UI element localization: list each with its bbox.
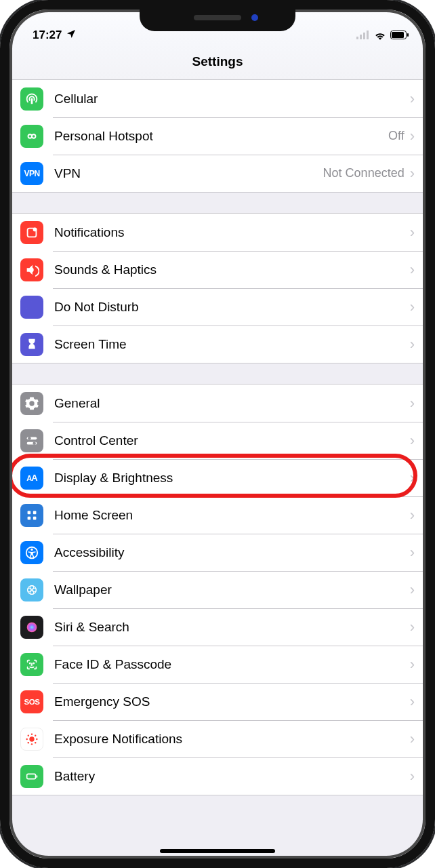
vpn-icon: VPN xyxy=(20,162,43,185)
settings-row-screentime[interactable]: Screen Time › xyxy=(9,326,426,363)
settings-group-2: Notifications › Sounds & Haptics › Do No… xyxy=(9,213,426,363)
general-icon xyxy=(20,392,43,415)
settings-row-general[interactable]: General › xyxy=(9,384,426,422)
svg-rect-6 xyxy=(407,33,409,37)
svg-rect-16 xyxy=(33,516,37,519)
settings-row-accessibility[interactable]: Accessibility › xyxy=(9,534,426,571)
settings-row-vpn[interactable]: VPN VPN Not Connected › xyxy=(9,155,426,192)
row-label: General xyxy=(54,396,410,411)
row-detail: Off xyxy=(388,129,405,143)
sos-icon: SOS xyxy=(20,690,43,713)
row-label: Accessibility xyxy=(54,545,410,560)
cellular-icon xyxy=(20,87,43,111)
settings-row-dnd[interactable]: Do Not Disturb › xyxy=(9,288,426,326)
svg-point-19 xyxy=(28,585,37,594)
row-label: VPN xyxy=(54,166,323,181)
svg-rect-1 xyxy=(360,35,362,39)
svg-point-26 xyxy=(33,663,34,663)
settings-group-3: General › Control Center › AA Display & … xyxy=(9,384,426,795)
svg-point-32 xyxy=(28,734,29,736)
nav-title-bar: Settings xyxy=(9,43,426,80)
svg-point-35 xyxy=(35,742,36,743)
exposure-icon xyxy=(20,728,43,751)
status-left: 17:27 xyxy=(33,27,77,43)
svg-point-28 xyxy=(31,733,33,734)
svg-point-23 xyxy=(33,588,36,592)
svg-point-10 xyxy=(28,437,31,440)
row-label: Siri & Search xyxy=(54,620,410,635)
row-label: Emergency SOS xyxy=(54,694,410,709)
accessibility-icon xyxy=(20,541,43,564)
svg-point-25 xyxy=(30,663,30,663)
svg-point-18 xyxy=(30,548,33,550)
sounds-icon xyxy=(20,258,43,281)
settings-row-exposure[interactable]: Exposure Notifications › xyxy=(9,720,426,757)
row-label: Sounds & Haptics xyxy=(54,262,410,277)
settings-row-cellular[interactable]: Cellular › xyxy=(9,80,426,117)
screentime-icon xyxy=(20,333,43,356)
settings-row-notifications[interactable]: Notifications › xyxy=(9,214,426,251)
status-time: 17:27 xyxy=(33,28,62,42)
settings-row-sos[interactable]: SOS Emergency SOS › xyxy=(9,683,426,720)
svg-rect-3 xyxy=(367,31,369,39)
settings-row-controlcenter[interactable]: Control Center › xyxy=(9,422,426,459)
svg-rect-5 xyxy=(392,32,404,38)
row-detail: Not Connected xyxy=(323,166,405,180)
svg-point-27 xyxy=(29,736,34,741)
siri-icon xyxy=(20,616,43,639)
row-label: Exposure Notifications xyxy=(54,732,410,747)
svg-rect-0 xyxy=(356,37,358,39)
row-label: Face ID & Passcode xyxy=(54,657,410,672)
svg-rect-36 xyxy=(27,774,36,778)
svg-point-34 xyxy=(28,742,29,743)
row-label: Wallpaper xyxy=(54,583,410,597)
svg-point-24 xyxy=(27,622,37,632)
notifications-icon xyxy=(20,221,43,244)
wifi-icon xyxy=(374,31,386,40)
svg-point-29 xyxy=(31,743,33,745)
svg-point-31 xyxy=(36,738,37,739)
dnd-icon xyxy=(20,296,43,319)
settings-row-homescreen[interactable]: Home Screen › xyxy=(9,496,426,534)
battery-icon xyxy=(390,31,409,40)
settings-row-faceid[interactable]: Face ID & Passcode › xyxy=(9,646,426,683)
settings-row-sounds[interactable]: Sounds & Haptics › xyxy=(9,251,426,288)
row-label: Battery xyxy=(54,769,410,784)
settings-row-battery[interactable]: Battery › xyxy=(9,757,426,795)
svg-point-22 xyxy=(28,588,32,592)
row-label: Notifications xyxy=(54,225,410,240)
faceid-icon xyxy=(20,653,43,676)
settings-row-hotspot[interactable]: Personal Hotspot Off › xyxy=(9,117,426,155)
display-icon: AA xyxy=(20,467,43,490)
settings-row-display[interactable]: AA Display & Brightness › xyxy=(9,459,426,496)
home-indicator[interactable] xyxy=(160,849,275,853)
svg-rect-14 xyxy=(33,511,37,514)
svg-point-12 xyxy=(33,441,36,445)
cellular-signal-icon xyxy=(356,31,370,40)
svg-rect-15 xyxy=(28,516,31,519)
settings-list[interactable]: Cellular › Personal Hotspot Off › VPN VP… xyxy=(9,80,426,859)
row-label: Cellular xyxy=(54,92,405,106)
svg-rect-13 xyxy=(28,511,31,514)
row-label: Home Screen xyxy=(54,508,410,523)
svg-point-30 xyxy=(26,738,27,739)
controlcenter-icon xyxy=(20,429,43,452)
settings-row-siri[interactable]: Siri & Search › xyxy=(9,608,426,646)
settings-group-1: Cellular › Personal Hotspot Off › VPN VP… xyxy=(9,80,426,193)
row-label: Display & Brightness xyxy=(54,471,410,486)
svg-point-33 xyxy=(35,734,36,736)
battery-row-icon xyxy=(20,765,43,788)
svg-point-8 xyxy=(33,227,37,231)
location-arrow-icon xyxy=(66,28,77,43)
row-label: Do Not Disturb xyxy=(54,300,410,315)
row-label: Screen Time xyxy=(54,337,410,352)
homescreen-icon xyxy=(20,504,43,527)
svg-rect-2 xyxy=(363,33,365,39)
page-title: Settings xyxy=(192,54,243,69)
svg-rect-37 xyxy=(36,775,37,778)
screen: 17:27 Settings Cellu xyxy=(9,9,426,859)
settings-row-wallpaper[interactable]: Wallpaper › xyxy=(9,571,426,608)
wallpaper-icon xyxy=(20,578,43,601)
hotspot-icon xyxy=(20,125,43,148)
row-label: Control Center xyxy=(54,433,410,448)
